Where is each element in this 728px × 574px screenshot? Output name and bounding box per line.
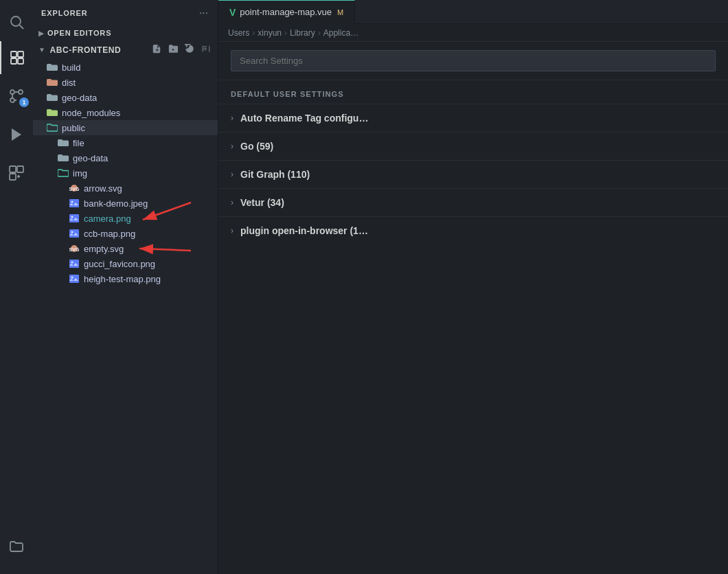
tree-item-heigh-test-map[interactable]: heigh-test-map.png: [33, 271, 218, 286]
svg-point-7: [19, 90, 23, 94]
svg-point-26: [71, 277, 73, 279]
settings-item-vetur[interactable]: › Vetur (34): [218, 188, 728, 216]
svg-text:SVG: SVG: [69, 187, 80, 192]
folder-node-modules-icon: [47, 107, 58, 118]
settings-chevron-go: ›: [231, 141, 234, 151]
bank-demo-label: bank-demo.jpeg: [84, 198, 148, 209]
image-heigh-test-map-icon: [69, 273, 80, 284]
default-user-settings-label: DEFAULT USER SETTINGS: [218, 80, 728, 104]
extensions-activity-icon[interactable]: [0, 157, 33, 190]
tree-item-bank-demo[interactable]: bank-demo.jpeg: [33, 196, 218, 211]
image-gucci-favicon-icon: [69, 258, 80, 269]
tree-item-geo-data-child[interactable]: geo-data: [33, 150, 218, 165]
empty-svg-label: empty.svg: [84, 244, 124, 254]
tree-item-public[interactable]: public: [33, 120, 218, 135]
svg-point-20: [71, 231, 73, 233]
breadcrumb-xinyun[interactable]: xinyun: [258, 28, 282, 38]
svg-rect-5: [18, 58, 23, 64]
folder-geodata-child-icon: [58, 152, 69, 163]
settings-chevron-vetur: ›: [231, 198, 234, 207]
breadcrumb-sep-3: ›: [318, 28, 321, 38]
main-content: V point-manage-map.vue M Users › xinyun …: [218, 0, 728, 574]
svg-arrow-icon: SVG: [69, 183, 80, 194]
geo-data-child-label: geo-data: [73, 153, 108, 163]
svg-rect-15: [69, 199, 79, 207]
settings-label-plugin: plugin open-in-browser (1…: [240, 225, 368, 236]
new-file-button[interactable]: [150, 43, 163, 57]
tab-point-manage-map[interactable]: V point-manage-map.vue M: [218, 0, 355, 24]
remote-explorer-activity-icon[interactable]: [0, 530, 33, 563]
folder-geodata-icon: [47, 92, 58, 103]
settings-item-auto-rename-tag[interactable]: › Auto Rename Tag configu…: [218, 104, 728, 132]
svg-rect-2: [11, 51, 16, 57]
search-activity-icon[interactable]: [0, 5, 33, 38]
search-settings-input[interactable]: [231, 50, 716, 71]
folder-file-icon: [58, 137, 69, 148]
sidebar-actions: ···: [198, 5, 209, 21]
source-control-activity-icon[interactable]: 1: [0, 80, 33, 113]
explorer-activity-icon[interactable]: [0, 41, 33, 74]
settings-chevron-auto-rename: ›: [231, 113, 234, 123]
breadcrumb-applica[interactable]: Applica…: [323, 28, 359, 38]
tab-bar: V point-manage-map.vue M: [218, 0, 728, 24]
settings-label-auto-rename: Auto Rename Tag configu…: [240, 113, 368, 124]
settings-label-go: Go (59): [240, 141, 273, 152]
new-folder-button[interactable]: [167, 43, 179, 57]
tree-item-build[interactable]: build: [33, 60, 218, 75]
refresh-button[interactable]: [183, 43, 196, 57]
project-header[interactable]: ▼ ABC-FRONTEND: [33, 40, 218, 60]
tree-item-dist[interactable]: dist: [33, 75, 218, 90]
tree-item-arrow-svg[interactable]: SVG arrow.svg: [33, 181, 218, 196]
open-editors-label: Open Editors: [47, 29, 111, 37]
settings-item-git-graph[interactable]: › Git Graph (110): [218, 160, 728, 188]
camera-png-label: camera.png: [84, 214, 131, 224]
tree-item-camera-png[interactable]: camera.png: [33, 211, 218, 226]
settings-item-go[interactable]: › Go (59): [218, 132, 728, 160]
svg-rect-25: [69, 275, 79, 283]
folder-img-icon: [58, 168, 69, 179]
svg-rect-12: [10, 174, 16, 180]
tree-item-geo-data-root[interactable]: geo-data: [33, 90, 218, 105]
public-label: public: [62, 123, 85, 133]
image-bank-demo-icon: [69, 198, 80, 209]
svg-point-24: [71, 262, 73, 264]
tree-item-empty-svg[interactable]: SVG empty.svg: [33, 241, 218, 256]
svg-rect-11: [17, 166, 23, 172]
ccb-map-label: ccb-map.png: [84, 229, 135, 239]
breadcrumb: Users › xinyun › Library › Applica…: [218, 24, 728, 42]
image-ccb-map-icon: [69, 228, 80, 239]
svg-point-0: [11, 16, 21, 26]
breadcrumb-sep-1: ›: [252, 28, 255, 38]
svg-rect-19: [69, 229, 79, 238]
tree-item-img[interactable]: img: [33, 165, 218, 181]
collapse-button[interactable]: [200, 43, 212, 57]
settings-chevron-git-graph: ›: [231, 170, 234, 179]
tree-item-node-modules[interactable]: node_modules: [33, 105, 218, 120]
project-toolbar: [150, 43, 212, 57]
breadcrumb-users[interactable]: Users: [228, 28, 249, 38]
svg-point-8: [10, 98, 14, 102]
svg-point-16: [71, 201, 73, 203]
tree-item-ccb-map[interactable]: ccb-map.png: [33, 226, 218, 241]
settings-label-git-graph: Git Graph (110): [240, 169, 310, 180]
svg-line-1: [20, 25, 24, 30]
open-editors-section[interactable]: ▶ Open Editors: [33, 26, 218, 40]
file-label: file: [73, 138, 84, 148]
sidebar-more-actions[interactable]: ···: [198, 5, 209, 21]
tree-item-file[interactable]: file: [33, 135, 218, 150]
img-label: img: [73, 168, 87, 179]
source-control-badge: 1: [19, 97, 29, 107]
run-debug-activity-icon[interactable]: [0, 118, 33, 151]
tree-item-gucci-favicon[interactable]: gucci_favicon.png: [33, 256, 218, 271]
breadcrumb-sep-2: ›: [284, 28, 287, 38]
project-title: ABC-FRONTEND: [50, 45, 122, 55]
svg-marker-9: [12, 128, 21, 141]
breadcrumb-library[interactable]: Library: [290, 28, 315, 38]
settings-item-plugin-open-browser[interactable]: › plugin open-in-browser (1…: [218, 216, 728, 244]
svg-rect-4: [11, 58, 16, 64]
svg-rect-23: [69, 260, 79, 268]
vue-file-icon: V: [229, 7, 236, 18]
heigh-test-map-label: heigh-test-map.png: [84, 274, 161, 284]
search-bar-container: [218, 42, 728, 80]
geo-data-root-label: geo-data: [62, 93, 97, 103]
